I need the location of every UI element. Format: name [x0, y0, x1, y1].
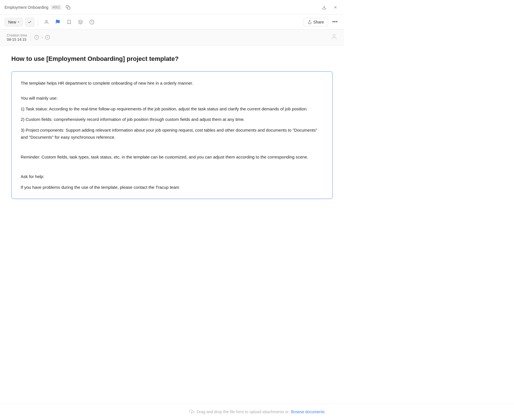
close-button[interactable]	[332, 3, 339, 11]
point-2: 2) Custom fields: comprehensively record…	[21, 116, 323, 123]
paragraph-2: You will mainly use:	[21, 95, 323, 102]
svg-point-4	[46, 20, 47, 22]
complete-button[interactable]	[25, 18, 34, 27]
svg-rect-0	[67, 7, 70, 9]
title-bar-left: Employment Onboarding #001	[5, 3, 72, 11]
clock-back-icon	[34, 35, 39, 40]
spacer-5	[21, 168, 323, 173]
page-title: How to use [Employment Onboarding] proje…	[11, 55, 333, 63]
reminder-text: Reminder: Custom fields, task types, tas…	[21, 153, 323, 161]
cube-button[interactable]	[75, 17, 86, 27]
svg-point-11	[333, 35, 335, 37]
flag-icon	[55, 20, 60, 25]
copy-icon	[66, 5, 70, 10]
clock-icon	[89, 20, 94, 25]
meta-separator	[30, 33, 31, 42]
share-label: Share	[313, 20, 324, 24]
creation-date: 08-15 14:15	[7, 37, 27, 42]
meta-bar: Creation time 08-15 14:15 ›	[0, 29, 344, 46]
copy-link-button[interactable]	[64, 3, 72, 11]
title-bar: Employment Onboarding #001	[0, 0, 344, 15]
title-bar-right	[320, 3, 339, 11]
download-button[interactable]	[320, 3, 328, 11]
spacer-4	[21, 164, 323, 168]
toolbar-left: New ▾	[5, 17, 97, 27]
content-area: How to use [Employment Onboarding] proje…	[0, 46, 344, 215]
clock-forward-icon	[45, 35, 50, 40]
more-options-button[interactable]: •••	[330, 18, 339, 27]
status-button[interactable]: New ▾	[5, 18, 23, 26]
history-nav: ›	[34, 35, 50, 40]
spacer-2	[21, 144, 323, 149]
status-label: New	[8, 20, 16, 24]
paragraph-1: The template helps HR department to comp…	[21, 80, 323, 87]
history-forward-arrow[interactable]: ›	[41, 35, 43, 40]
history-back-icon[interactable]	[34, 35, 39, 40]
help-text: If you have problems during the use of t…	[21, 184, 323, 191]
window-title: Employment Onboarding	[5, 5, 48, 10]
bookmark-icon	[67, 20, 72, 25]
bookmark-button[interactable]	[64, 17, 74, 27]
assignee-avatar[interactable]	[331, 34, 337, 41]
toolbar: New ▾	[0, 15, 344, 29]
spacer-1	[21, 90, 323, 95]
ask-help-heading: Ask for help:	[21, 173, 323, 180]
history-forward-icon[interactable]	[45, 35, 50, 40]
toolbar-right: Share •••	[303, 18, 339, 27]
share-button[interactable]: Share	[303, 18, 328, 26]
chevron-down-icon: ▾	[18, 20, 19, 23]
toolbar-icons	[41, 17, 97, 27]
more-icon: •••	[332, 19, 338, 25]
flag-button[interactable]	[53, 17, 63, 27]
point-3: 3) Project components: Support adding re…	[21, 127, 323, 141]
cube-icon	[78, 20, 83, 25]
creation-info: Creation time 08-15 14:15	[7, 33, 27, 42]
download-icon	[322, 5, 326, 10]
spacer-3	[21, 149, 323, 153]
task-id-badge: #001	[51, 5, 62, 10]
user-avatar-icon	[331, 34, 337, 40]
close-icon	[334, 5, 337, 9]
svg-marker-6	[78, 20, 83, 22]
point-1: 1) Task status: According to the real-ti…	[21, 105, 323, 113]
info-box: The template helps HR department to comp…	[11, 71, 333, 199]
clock-button[interactable]	[87, 17, 97, 27]
creation-label: Creation time	[7, 33, 27, 37]
assignee-button[interactable]	[41, 17, 52, 27]
person-icon	[44, 20, 49, 25]
check-icon	[28, 20, 32, 24]
share-icon	[308, 20, 312, 24]
meta-bar-left: Creation time 08-15 14:15 ›	[7, 33, 50, 42]
toolbar-divider	[38, 19, 38, 25]
